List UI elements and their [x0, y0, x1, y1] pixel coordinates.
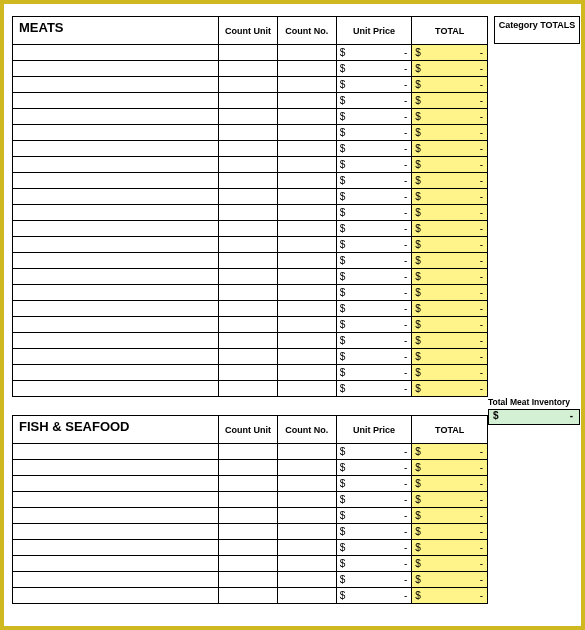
unit-price-cell[interactable]: $- [336, 109, 412, 125]
item-cell[interactable] [13, 540, 219, 556]
count-unit-cell[interactable] [218, 556, 277, 572]
unit-price-cell[interactable]: $- [336, 269, 412, 285]
count-unit-cell[interactable] [218, 253, 277, 269]
count-no-cell[interactable] [277, 45, 336, 61]
count-no-cell[interactable] [277, 125, 336, 141]
count-no-cell[interactable] [277, 333, 336, 349]
count-no-cell[interactable] [277, 109, 336, 125]
item-cell[interactable] [13, 61, 219, 77]
unit-price-cell[interactable]: $- [336, 381, 412, 397]
unit-price-cell[interactable]: $- [336, 444, 412, 460]
count-unit-cell[interactable] [218, 588, 277, 604]
count-no-cell[interactable] [277, 588, 336, 604]
unit-price-cell[interactable]: $- [336, 173, 412, 189]
count-unit-cell[interactable] [218, 349, 277, 365]
count-unit-cell[interactable] [218, 301, 277, 317]
item-cell[interactable] [13, 157, 219, 173]
item-cell[interactable] [13, 189, 219, 205]
unit-price-cell[interactable]: $- [336, 349, 412, 365]
count-no-cell[interactable] [277, 77, 336, 93]
count-no-cell[interactable] [277, 237, 336, 253]
unit-price-cell[interactable]: $- [336, 476, 412, 492]
unit-price-cell[interactable]: $- [336, 237, 412, 253]
count-no-cell[interactable] [277, 221, 336, 237]
item-cell[interactable] [13, 173, 219, 189]
count-unit-cell[interactable] [218, 381, 277, 397]
item-cell[interactable] [13, 365, 219, 381]
count-unit-cell[interactable] [218, 444, 277, 460]
count-no-cell[interactable] [277, 540, 336, 556]
unit-price-cell[interactable]: $- [336, 556, 412, 572]
item-cell[interactable] [13, 77, 219, 93]
count-no-cell[interactable] [277, 572, 336, 588]
item-cell[interactable] [13, 221, 219, 237]
count-no-cell[interactable] [277, 93, 336, 109]
count-no-cell[interactable] [277, 365, 336, 381]
count-no-cell[interactable] [277, 141, 336, 157]
unit-price-cell[interactable]: $- [336, 253, 412, 269]
count-unit-cell[interactable] [218, 524, 277, 540]
count-unit-cell[interactable] [218, 540, 277, 556]
item-cell[interactable] [13, 205, 219, 221]
count-no-cell[interactable] [277, 349, 336, 365]
count-no-cell[interactable] [277, 285, 336, 301]
item-cell[interactable] [13, 333, 219, 349]
count-unit-cell[interactable] [218, 285, 277, 301]
unit-price-cell[interactable]: $- [336, 508, 412, 524]
count-no-cell[interactable] [277, 492, 336, 508]
unit-price-cell[interactable]: $- [336, 45, 412, 61]
count-unit-cell[interactable] [218, 508, 277, 524]
count-no-cell[interactable] [277, 61, 336, 77]
unit-price-cell[interactable]: $- [336, 93, 412, 109]
unit-price-cell[interactable]: $- [336, 77, 412, 93]
unit-price-cell[interactable]: $- [336, 61, 412, 77]
count-unit-cell[interactable] [218, 221, 277, 237]
count-no-cell[interactable] [277, 556, 336, 572]
item-cell[interactable] [13, 109, 219, 125]
count-no-cell[interactable] [277, 476, 336, 492]
count-unit-cell[interactable] [218, 205, 277, 221]
unit-price-cell[interactable]: $- [336, 365, 412, 381]
item-cell[interactable] [13, 237, 219, 253]
item-cell[interactable] [13, 492, 219, 508]
count-no-cell[interactable] [277, 269, 336, 285]
count-no-cell[interactable] [277, 253, 336, 269]
count-no-cell[interactable] [277, 317, 336, 333]
count-no-cell[interactable] [277, 444, 336, 460]
item-cell[interactable] [13, 349, 219, 365]
item-cell[interactable] [13, 524, 219, 540]
count-no-cell[interactable] [277, 157, 336, 173]
count-unit-cell[interactable] [218, 109, 277, 125]
item-cell[interactable] [13, 93, 219, 109]
count-no-cell[interactable] [277, 173, 336, 189]
unit-price-cell[interactable]: $- [336, 333, 412, 349]
unit-price-cell[interactable]: $- [336, 157, 412, 173]
count-no-cell[interactable] [277, 381, 336, 397]
unit-price-cell[interactable]: $- [336, 221, 412, 237]
unit-price-cell[interactable]: $- [336, 524, 412, 540]
item-cell[interactable] [13, 285, 219, 301]
count-no-cell[interactable] [277, 524, 336, 540]
unit-price-cell[interactable]: $- [336, 588, 412, 604]
unit-price-cell[interactable]: $- [336, 317, 412, 333]
item-cell[interactable] [13, 317, 219, 333]
item-cell[interactable] [13, 269, 219, 285]
count-unit-cell[interactable] [218, 572, 277, 588]
unit-price-cell[interactable]: $- [336, 285, 412, 301]
count-unit-cell[interactable] [218, 333, 277, 349]
count-unit-cell[interactable] [218, 173, 277, 189]
count-unit-cell[interactable] [218, 237, 277, 253]
unit-price-cell[interactable]: $- [336, 301, 412, 317]
item-cell[interactable] [13, 476, 219, 492]
item-cell[interactable] [13, 381, 219, 397]
unit-price-cell[interactable]: $- [336, 141, 412, 157]
count-unit-cell[interactable] [218, 93, 277, 109]
count-unit-cell[interactable] [218, 141, 277, 157]
unit-price-cell[interactable]: $- [336, 460, 412, 476]
count-no-cell[interactable] [277, 301, 336, 317]
count-unit-cell[interactable] [218, 125, 277, 141]
unit-price-cell[interactable]: $- [336, 572, 412, 588]
item-cell[interactable] [13, 45, 219, 61]
item-cell[interactable] [13, 508, 219, 524]
unit-price-cell[interactable]: $- [336, 492, 412, 508]
